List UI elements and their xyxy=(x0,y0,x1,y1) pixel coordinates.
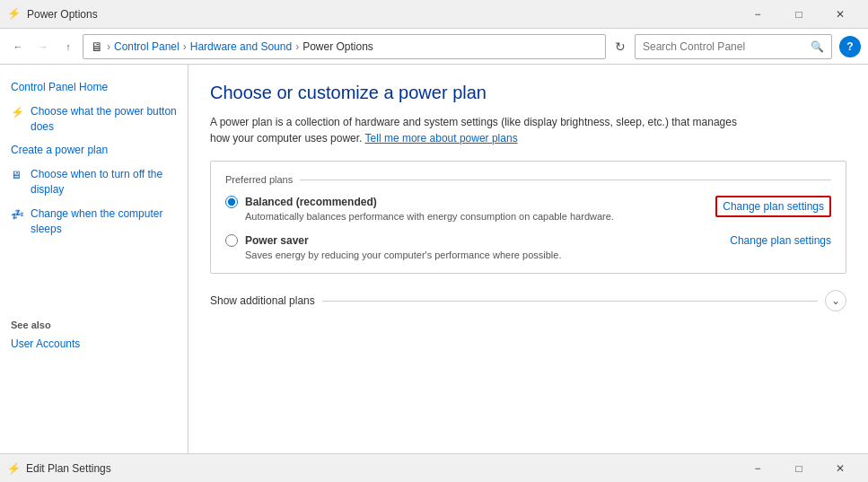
window-controls: − □ ✕ xyxy=(737,0,861,29)
breadcrumb-hardware[interactable]: Hardware and Sound xyxy=(190,40,292,53)
page-title: Choose or customize a power plan xyxy=(210,83,846,103)
breadcrumb-control-panel[interactable]: Control Panel xyxy=(114,40,180,53)
maximize-button[interactable]: □ xyxy=(778,0,820,29)
change-plan-link-balanced[interactable]: Change plan settings xyxy=(715,196,831,217)
up-button[interactable]: ↑ xyxy=(57,36,79,57)
plan-row-power-saver: Power saver Saves energy by reducing you… xyxy=(225,234,831,260)
forward-button[interactable]: → xyxy=(32,36,54,57)
sidebar-item-computer-sleeps[interactable]: 💤 Change when the computer sleeps xyxy=(0,202,188,241)
section-title-preferred: Preferred plans xyxy=(225,174,831,185)
sleep-icon: 💤 xyxy=(11,207,25,222)
search-box[interactable]: 🔍 xyxy=(635,34,832,59)
minimize-button[interactable]: − xyxy=(737,0,778,29)
plan-name-power-saver: Power saver xyxy=(245,234,309,247)
close-button[interactable]: ✕ xyxy=(820,0,861,29)
refresh-button[interactable]: ↻ xyxy=(609,36,631,57)
app-icon: ⚡ xyxy=(7,7,22,22)
plan-desc-balanced: Automatically balances performance with … xyxy=(245,211,614,222)
plan-desc-power-saver: Saves energy by reducing your computer's… xyxy=(245,250,561,260)
title-bar: ⚡ Power Options − □ ✕ xyxy=(0,0,868,29)
display-icon: 🖥 xyxy=(11,168,25,182)
radio-power-saver[interactable] xyxy=(225,234,238,247)
content-description: A power plan is a collection of hardware… xyxy=(210,114,749,146)
sidebar: Control Panel Home ⚡ Choose what the pow… xyxy=(0,65,189,453)
breadcrumb-current: Power Options xyxy=(302,40,373,53)
sidebar-item-user-accounts[interactable]: User Accounts xyxy=(0,334,188,354)
show-plans-label: Show additional plans xyxy=(210,294,315,307)
back-button[interactable]: ← xyxy=(7,36,29,57)
plan-info-power-saver: Power saver Saves energy by reducing you… xyxy=(225,234,561,260)
plan-name-balanced: Balanced (recommended) xyxy=(245,196,377,208)
preferred-plans-section: Preferred plans Balanced (recommended) A… xyxy=(210,161,846,274)
window-title: Power Options xyxy=(27,8,98,21)
sidebar-item-turn-off-display[interactable]: 🖥 Choose when to turn off the display xyxy=(0,162,188,202)
sidebar-item-power-button[interactable]: ⚡ Choose what the power button does xyxy=(0,100,188,139)
chevron-down-icon[interactable]: ⌄ xyxy=(825,290,846,311)
show-additional-plans-row[interactable]: Show additional plans ⌄ xyxy=(210,285,846,317)
search-input[interactable] xyxy=(643,40,807,53)
plan-info-balanced: Balanced (recommended) Automatically bal… xyxy=(225,196,614,222)
radio-balanced[interactable] xyxy=(225,196,238,208)
sidebar-item-control-panel-home[interactable]: Control Panel Home xyxy=(0,75,188,100)
help-button[interactable]: ? xyxy=(839,36,861,57)
path-icon: 🖥 xyxy=(91,39,103,54)
main-container: Control Panel Home ⚡ Choose what the pow… xyxy=(0,65,868,453)
learn-more-link[interactable]: Tell me more about power plans xyxy=(365,132,518,145)
content-area: Choose or customize a power plan A power… xyxy=(189,65,868,453)
address-bar: ← → ↑ 🖥 › Control Panel › Hardware and S… xyxy=(0,29,868,65)
see-also-label: See also xyxy=(0,312,188,334)
power-button-icon: ⚡ xyxy=(11,105,25,119)
search-icon: 🔍 xyxy=(811,40,824,53)
change-plan-link-power-saver[interactable]: Change plan settings xyxy=(730,234,831,247)
address-path: 🖥 › Control Panel › Hardware and Sound ›… xyxy=(83,34,606,59)
sidebar-item-create-plan[interactable]: Create a power plan xyxy=(0,138,188,162)
plan-row-balanced: Balanced (recommended) Automatically bal… xyxy=(225,196,831,222)
show-plans-divider xyxy=(322,301,818,302)
